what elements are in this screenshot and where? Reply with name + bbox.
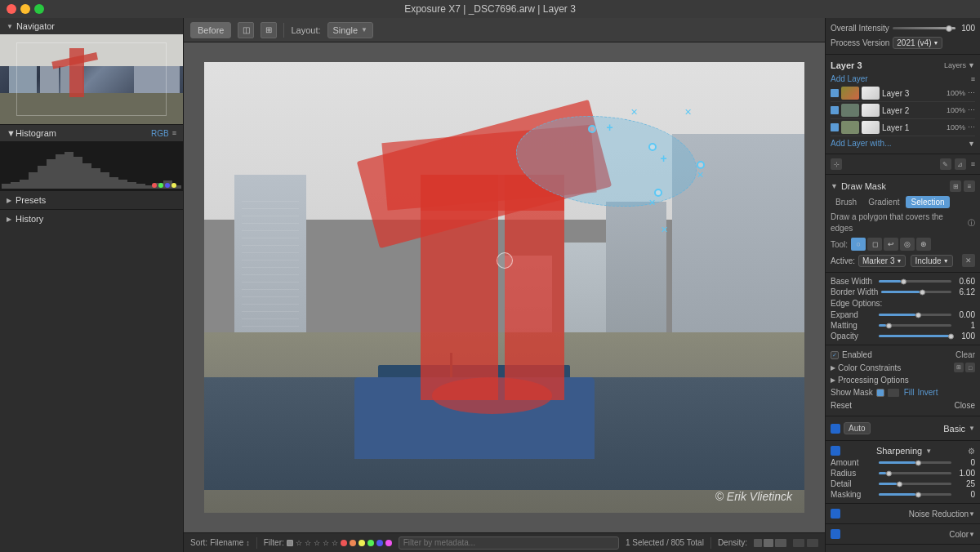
close-btn[interactable]: Close [906, 401, 976, 410]
cc-icon-2[interactable]: □ [965, 363, 975, 372]
add-layer-with-arrow[interactable]: ▼ [968, 140, 975, 148]
view-options-button[interactable]: ⊞ [261, 22, 277, 38]
matting-thumb[interactable] [886, 323, 892, 328]
close-button[interactable] [7, 4, 16, 14]
layer-1-eye[interactable] [831, 123, 839, 131]
active-dropdown[interactable]: Marker 3 ▼ [858, 255, 906, 267]
star-4[interactable]: ☆ [323, 539, 329, 547]
density-sm[interactable] [754, 539, 762, 547]
expand-slider[interactable] [879, 314, 951, 316]
masking-slider[interactable] [879, 493, 951, 496]
base-width-slider[interactable] [879, 280, 951, 283]
filter-orange[interactable] [350, 540, 356, 546]
layout-dropdown[interactable]: Single ▼ [327, 22, 374, 38]
layer-2-eye[interactable] [831, 106, 839, 114]
sort-icon[interactable]: ↕ [246, 539, 250, 547]
sharp-arrow[interactable]: ▼ [925, 447, 932, 455]
add-layer-with-label[interactable]: Add Layer with... [831, 139, 968, 148]
drag-handle[interactable] [497, 252, 513, 269]
minimize-button[interactable] [20, 4, 30, 14]
draw-mask-icon-1[interactable]: ⊞ [950, 180, 961, 192]
tab-selection[interactable]: Selection [906, 196, 949, 208]
tab-gradient[interactable]: Gradient [863, 196, 904, 208]
density-md[interactable] [764, 539, 773, 547]
star-2[interactable]: ☆ [305, 539, 311, 547]
radius-thumb[interactable] [886, 470, 892, 476]
star-5[interactable]: ☆ [332, 539, 338, 547]
tool-snap[interactable]: ◎ [900, 238, 915, 251]
tab-brush[interactable]: Brush [831, 196, 862, 208]
histogram-menu[interactable]: ≡ [172, 129, 176, 137]
filter-purple[interactable] [385, 540, 392, 546]
base-width-thumb[interactable] [901, 278, 906, 284]
auto-btn[interactable]: Auto [844, 422, 871, 434]
border-width-slider[interactable] [881, 291, 951, 293]
opacity-thumb[interactable] [948, 333, 954, 339]
presets-header[interactable]: ▶ Presets [0, 191, 183, 209]
amount-slider[interactable] [879, 461, 951, 464]
layer-item-2[interactable]: Layer 2 100% ⋯ [831, 102, 975, 119]
enabled-checkbox[interactable]: ✓ [831, 351, 839, 359]
clear-btn[interactable]: Clear [956, 350, 975, 359]
basic-arrow[interactable]: ▼ [969, 425, 975, 432]
amount-thumb[interactable] [915, 460, 921, 465]
icon-list[interactable] [807, 539, 818, 547]
detail-thumb[interactable] [897, 481, 902, 487]
fullscreen-button[interactable] [34, 4, 44, 14]
color-constraints-row[interactable]: ▶ Color Constraints ⊞ □ [831, 361, 975, 374]
layer-item-3[interactable]: Layer 3 100% ⋯ [831, 85, 975, 102]
tools-menu-icon[interactable]: ≡ [971, 160, 975, 168]
sel-point-4[interactable] [654, 189, 662, 197]
process-dropdown[interactable]: 2021 (v4) ▼ [893, 37, 942, 49]
noise-arrow[interactable]: ▼ [969, 510, 975, 518]
reset-btn[interactable]: Reset [831, 401, 900, 410]
tool-polygon[interactable]: ◻ [867, 238, 882, 251]
border-width-thumb[interactable] [920, 289, 925, 295]
layers-tab[interactable]: Layers [944, 61, 966, 69]
pencil-tool-icon[interactable]: ✎ [940, 158, 951, 170]
filter-red[interactable] [341, 540, 347, 546]
tool-edge[interactable]: ⊛ [916, 238, 931, 251]
intensity-thumb[interactable] [946, 25, 952, 32]
invert-btn[interactable]: Invert [917, 388, 938, 397]
layer-2-menu[interactable]: ⋯ [968, 106, 975, 114]
draw-mask-icon-2[interactable]: ≡ [964, 180, 975, 192]
radius-slider[interactable] [879, 472, 951, 474]
layer-1-menu[interactable]: ⋯ [968, 123, 975, 131]
star-1[interactable]: ☆ [296, 539, 302, 547]
filter-yellow[interactable] [359, 540, 365, 546]
include-dropdown[interactable]: Include ▼ [911, 255, 952, 267]
show-mask-checkbox[interactable] [876, 389, 884, 397]
cc-icon-1[interactable]: ⊞ [954, 363, 964, 372]
add-layer-label[interactable]: Add Layer [831, 74, 971, 83]
tool-freehand[interactable]: ↩ [884, 238, 898, 251]
density-lg[interactable] [775, 539, 786, 547]
layers-menu-icon[interactable]: ▼ [968, 61, 975, 69]
before-button[interactable]: Before [190, 22, 231, 38]
delete-marker-btn[interactable]: ✕ [962, 254, 975, 267]
split-view-button[interactable]: ◫ [238, 22, 254, 38]
tool-circle[interactable]: ○ [851, 238, 866, 251]
expand-thumb[interactable] [915, 312, 921, 318]
transform-icon[interactable]: ⊹ [831, 158, 842, 170]
search-input[interactable] [399, 536, 619, 550]
opacity-slider[interactable] [879, 335, 951, 337]
layer-3-eye[interactable] [831, 89, 839, 97]
cf-arrow[interactable]: ▼ [969, 531, 975, 538]
detail-slider[interactable] [879, 483, 951, 485]
eyedropper-icon[interactable]: ⊿ [955, 158, 966, 170]
histogram-header[interactable]: ▼ Histogram RGB ≡ [0, 125, 183, 141]
gear-icon[interactable]: ⚙ [968, 447, 975, 456]
matting-slider[interactable] [879, 324, 951, 327]
layer-item-1[interactable]: Layer 1 100% ⋯ [831, 119, 975, 136]
icon-grid[interactable] [793, 539, 804, 547]
show-mask-mini[interactable] [888, 389, 899, 397]
history-header[interactable]: ▶ History [0, 210, 183, 228]
image-area[interactable]: + ✕ ✕ ✕ ✕ ✕ + © Erik Vlietinck [184, 42, 825, 532]
processing-options-row[interactable]: ▶ Processing Options [831, 374, 975, 386]
navigator-header[interactable]: ▼ Navigator [0, 18, 183, 34]
filter-box[interactable] [287, 540, 293, 546]
fill-btn[interactable]: Fill [904, 388, 915, 397]
masking-thumb[interactable] [915, 492, 921, 497]
filename-label[interactable]: Filename [210, 538, 243, 547]
